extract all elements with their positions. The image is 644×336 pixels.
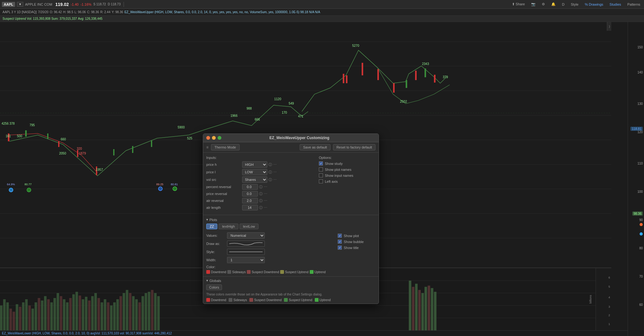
suspect-downtrend-swatch[interactable] xyxy=(247,270,251,274)
drawings-button[interactable]: % Drawings xyxy=(583,2,605,7)
downtrend-label: Downtrend xyxy=(211,270,226,274)
ticker-symbol[interactable]: AAPL xyxy=(2,2,15,7)
alert-button[interactable]: 🔔 xyxy=(549,2,558,7)
open-price: O: 96.42 xyxy=(50,10,62,14)
show-input-names-checkbox[interactable] xyxy=(319,173,323,177)
uptrend-sum: Sum: 379,015,337 xyxy=(51,17,77,20)
atr-length-info-icon[interactable]: ⓘ xyxy=(259,205,263,210)
vol-src-info-icon[interactable]: ⓘ xyxy=(269,177,272,182)
price-h-more-icon[interactable]: ⋯ xyxy=(273,163,277,167)
vol-src-select[interactable]: Shares xyxy=(242,176,267,183)
width-select[interactable]: 1 xyxy=(227,257,265,263)
tab-texthigh[interactable]: textHigh xyxy=(219,224,238,229)
pct-reversal-more-icon[interactable]: ⋯ xyxy=(264,185,267,189)
atr-length-more-icon[interactable]: ⋯ xyxy=(264,206,267,210)
tab-zz[interactable]: ZZ xyxy=(206,224,217,229)
svg-rect-86 xyxy=(418,290,421,330)
svg-rect-37 xyxy=(16,304,18,330)
thermo-mode-button[interactable]: Thermo Mode xyxy=(211,144,239,150)
price-reversal-input[interactable] xyxy=(242,191,258,197)
globals-header[interactable]: ▾ Globals xyxy=(206,279,375,283)
svg-rect-53 xyxy=(66,302,69,330)
camera-button[interactable]: 📷 xyxy=(529,2,537,7)
show-title-checkbox[interactable] xyxy=(338,246,342,250)
chart-area[interactable]: 5270 2343 379 2502 1120 549 471 170 988 … xyxy=(0,22,628,336)
price-reversal-label: price reversal xyxy=(206,192,241,196)
style-button[interactable]: Style xyxy=(569,2,580,7)
price-h-select[interactable]: HIGH xyxy=(242,161,267,168)
price-reversal-info-icon[interactable]: ⓘ xyxy=(259,192,263,196)
atr-reversal-info-icon[interactable]: ⓘ xyxy=(259,198,263,203)
vol-src-more-icon[interactable]: ⋯ xyxy=(273,178,277,182)
dot-label-2: 80.77 xyxy=(25,183,32,186)
input-row-atr-length: atr length ⓘ ⋯ xyxy=(206,205,316,210)
price-l-more-icon[interactable]: ⋯ xyxy=(273,170,277,174)
sideways-label: Sideways xyxy=(232,270,246,274)
suspect-uptrend-swatch[interactable] xyxy=(280,270,284,274)
settings-button[interactable]: ⚙ xyxy=(540,2,547,7)
svg-rect-73 xyxy=(129,293,131,330)
show-plot-checkbox[interactable] xyxy=(338,234,342,238)
svg-rect-78 xyxy=(145,293,147,330)
global-sideways-swatch[interactable] xyxy=(229,298,232,302)
svg-rect-33 xyxy=(3,299,6,330)
svg-rect-88 xyxy=(425,287,427,330)
global-uptrend-swatch[interactable] xyxy=(315,298,319,302)
swatch-suspect-uptrend: Suspect Uptrend xyxy=(280,270,308,274)
expand-icon[interactable]: ⟩ xyxy=(607,22,611,31)
studies-button[interactable]: Studies xyxy=(608,2,623,7)
mini-y-2: 2 xyxy=(608,314,610,317)
atr-reversal-input[interactable] xyxy=(242,198,258,203)
price-h-info-icon[interactable]: ⓘ xyxy=(269,162,272,167)
svg-rect-39 xyxy=(22,302,25,330)
dialog-maximize-dot[interactable] xyxy=(218,136,221,140)
patterns-button[interactable]: Patterns xyxy=(625,2,642,7)
show-plot-names-checkbox[interactable] xyxy=(319,167,323,171)
options-label: Options: xyxy=(319,156,375,160)
pct-reversal-label: percent reversal xyxy=(206,185,241,189)
global-suspect-downtrend-swatch[interactable] xyxy=(249,298,253,302)
price-l-select[interactable]: LOW xyxy=(242,169,267,175)
high-price: H: 98.5 xyxy=(63,10,73,14)
save-default-button[interactable]: Save as default xyxy=(300,144,330,150)
svg-rect-38 xyxy=(19,307,21,330)
show-study-row: Show study xyxy=(319,161,375,165)
y-60: 60 xyxy=(639,303,643,306)
pct-reversal-info-icon[interactable]: ⓘ xyxy=(259,185,263,189)
svg-rect-72 xyxy=(126,290,128,330)
global-suspect-uptrend-swatch[interactable] xyxy=(284,298,288,302)
atr-length-input[interactable] xyxy=(242,205,258,210)
draw-as-preview[interactable] xyxy=(227,241,265,247)
date-info: 7/20/20 xyxy=(38,10,48,14)
colors-tab-button[interactable]: Colors xyxy=(206,285,222,290)
plots-header[interactable]: ▾ Plots xyxy=(206,218,375,222)
left-axis-row: Left axis xyxy=(319,179,375,183)
y-value: Y: 98.36 xyxy=(112,10,123,14)
share-button[interactable]: ⬆ Share xyxy=(510,2,527,7)
reset-factory-button[interactable]: Reset to factory default xyxy=(333,144,375,150)
price-reversal-more-icon[interactable]: ⋯ xyxy=(264,192,267,196)
price-l-info-icon[interactable]: ⓘ xyxy=(269,170,272,175)
svg-rect-69 xyxy=(116,299,119,330)
left-axis-checkbox[interactable] xyxy=(319,179,323,183)
publish-button[interactable]: D xyxy=(560,2,566,7)
style-preview[interactable] xyxy=(227,249,265,255)
global-sideways-label: Sideways xyxy=(233,298,247,302)
values-select[interactable]: Numerical xyxy=(227,232,265,239)
global-downtrend-swatch[interactable] xyxy=(206,298,210,302)
sideways-swatch[interactable] xyxy=(227,270,231,274)
color-label: Color: xyxy=(206,265,215,269)
input-row-atr-reversal: atr reversal ⓘ ⋯ xyxy=(206,198,316,203)
dialog-minimize-dot[interactable] xyxy=(212,136,216,140)
svg-rect-74 xyxy=(132,296,135,330)
show-bubble-checkbox[interactable] xyxy=(338,240,342,244)
dialog-close-dot[interactable] xyxy=(206,136,210,140)
atr-reversal-more-icon[interactable]: ⋯ xyxy=(264,199,267,203)
pct-reversal-input[interactable] xyxy=(242,184,258,190)
downtrend-swatch[interactable] xyxy=(206,270,210,274)
uptrend-swatch[interactable] xyxy=(310,270,314,274)
show-study-checkbox[interactable] xyxy=(319,161,323,165)
tab-textlow[interactable]: textLow xyxy=(240,224,258,229)
vol-src-label: vol src xyxy=(206,178,241,182)
mini-y-6: 6 xyxy=(608,276,610,279)
